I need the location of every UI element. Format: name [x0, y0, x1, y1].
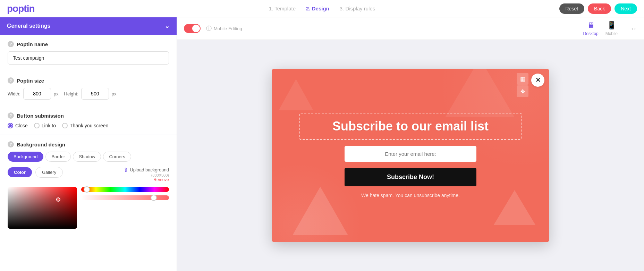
width-px: px: [54, 91, 59, 96]
popup-content: Subscribe to our email list Subscribe No…: [272, 69, 549, 242]
popup-close-button[interactable]: ✕: [531, 74, 544, 87]
hue-slider[interactable]: [81, 187, 169, 192]
popup-title-box[interactable]: Subscribe to our email list: [299, 113, 522, 140]
color-picker-area: [8, 187, 169, 229]
popup-tools: ▦ ✥: [517, 73, 528, 97]
reset-button[interactable]: Reset: [559, 3, 585, 14]
step-design[interactable]: 2. Design: [306, 6, 329, 11]
tab-shadow[interactable]: Shadow: [73, 152, 101, 162]
button-submission-label: Button submission: [17, 113, 64, 119]
tab-corners[interactable]: Corners: [103, 152, 131, 162]
expand-icon[interactable]: ↔: [630, 25, 637, 33]
mobile-editing-help: ⓘ Mobile Editing: [206, 25, 242, 32]
height-group: Height: px: [64, 88, 117, 100]
upload-area[interactable]: ⇧ Upload background (800X500) Remove: [124, 167, 169, 182]
button-submission-section: ? Button submission Close Link to Thank …: [0, 106, 177, 135]
radio-link-label: Link to: [42, 123, 56, 128]
general-settings-label: General settings: [7, 23, 50, 29]
logo-text: poptin: [7, 3, 35, 14]
popup-subscribe-button[interactable]: Subscribe Now!: [345, 168, 476, 186]
color-button[interactable]: Color: [8, 167, 32, 177]
poptin-name-input[interactable]: [8, 51, 169, 65]
button-submission-label-row: ? Button submission: [8, 112, 169, 119]
toggle-wrap: OFF: [184, 24, 201, 33]
tab-desktop[interactable]: 🖥 Desktop: [583, 21, 599, 36]
radio-dot-thankyou: [62, 123, 68, 128]
color-sliders: [81, 187, 169, 200]
popup-title: Subscribe to our email list: [314, 119, 507, 134]
step-display[interactable]: 3. Display rules: [340, 6, 375, 11]
remove-link[interactable]: Remove: [124, 177, 169, 182]
preview-area: ✕ ▦ ✥ Subscribe to our email list Subscr…: [177, 40, 644, 271]
width-input[interactable]: [23, 88, 51, 100]
main-layout: General settings ⌄ ? Poptin name ? Popti…: [0, 17, 644, 271]
mobile-icon: 📱: [607, 21, 616, 30]
next-button[interactable]: Next: [615, 3, 637, 14]
size-row: Width: px Height: px: [8, 88, 169, 100]
desktop-label: Desktop: [583, 31, 599, 36]
mobile-label: Mobile: [605, 31, 618, 36]
expand-tool-button[interactable]: ✥: [517, 85, 528, 97]
nav-buttons: Reset Back Next: [559, 3, 637, 14]
upload-icon: ⇧: [124, 167, 128, 173]
preview-toolbar: OFF ⓘ Mobile Editing 🖥 Desktop 📱 Mobile …: [177, 17, 644, 40]
right-panel: OFF ⓘ Mobile Editing 🖥 Desktop 📱 Mobile …: [177, 17, 644, 271]
radio-thank-you[interactable]: Thank you screen: [62, 123, 108, 128]
upload-label: Upload background: [130, 167, 169, 172]
gallery-button[interactable]: Gallery: [35, 167, 63, 178]
poptin-name-section: ? Poptin name: [0, 35, 177, 71]
general-settings-header[interactable]: General settings ⌄: [0, 17, 177, 35]
width-label: Width:: [8, 91, 20, 96]
chevron-down-icon: ⌄: [164, 22, 170, 30]
help-icon-submission[interactable]: ?: [8, 112, 14, 119]
back-button[interactable]: Back: [588, 3, 611, 14]
upload-size: (800X500): [124, 173, 169, 177]
popup-container: ✕ ▦ ✥ Subscribe to our email list Subscr…: [272, 69, 549, 242]
poptin-size-section: ? Poptin size Width: px Height: px: [0, 71, 177, 106]
steps: 1. Template 2. Design 3. Display rules: [269, 6, 375, 11]
color-gradient-thumb: [56, 197, 60, 202]
bg-tabs: Background Border Shadow Corners: [8, 152, 169, 162]
background-design-label-row: ? Background design: [8, 141, 169, 147]
background-design-label: Background design: [17, 142, 65, 147]
tab-border[interactable]: Border: [45, 152, 71, 162]
desktop-icon: 🖥: [587, 21, 595, 30]
popup-spam-text: We hate spam. You can unsubscribe anytim…: [361, 193, 460, 198]
toggle-thumb: [192, 25, 200, 32]
radio-thankyou-label: Thank you screen: [70, 123, 108, 128]
alpha-slider[interactable]: [81, 195, 169, 200]
tab-mobile[interactable]: 📱 Mobile: [605, 21, 618, 36]
step-template[interactable]: 1. Template: [269, 6, 296, 11]
logo: poptin: [7, 3, 35, 14]
help-icon-bg[interactable]: ?: [8, 141, 14, 147]
width-group: Width: px: [8, 88, 59, 100]
help-circle-icon: ⓘ: [206, 25, 212, 32]
radio-link-to[interactable]: Link to: [34, 123, 56, 128]
radio-dot-close: [8, 123, 13, 128]
poptin-name-label-row: ? Poptin name: [8, 41, 169, 47]
mobile-editing-toggle[interactable]: OFF: [184, 24, 201, 33]
height-input[interactable]: [81, 88, 109, 100]
mobile-editing-label: Mobile Editing: [214, 26, 242, 31]
poptin-name-label: Poptin name: [17, 41, 48, 47]
tab-background[interactable]: Background: [8, 152, 43, 162]
height-label: Height:: [64, 91, 78, 96]
color-gallery-row: Color Gallery: [8, 167, 63, 178]
help-icon-name[interactable]: ?: [8, 41, 14, 47]
poptin-size-label-row: ? Poptin size: [8, 77, 169, 84]
top-nav: poptin 1. Template 2. Design 3. Display …: [0, 0, 644, 17]
copy-tool-button[interactable]: ▦: [517, 73, 528, 85]
device-tabs: 🖥 Desktop 📱 Mobile ↔: [583, 21, 637, 36]
height-px: px: [112, 91, 117, 96]
radio-dot-link: [34, 123, 40, 128]
radio-group: Close Link to Thank you screen: [8, 123, 169, 128]
background-design-section: ? Background design Background Border Sh…: [0, 135, 177, 235]
popup-email-input[interactable]: [345, 146, 476, 162]
left-panel: General settings ⌄ ? Poptin name ? Popti…: [0, 17, 177, 271]
poptin-size-label: Poptin size: [17, 78, 44, 84]
help-icon-size[interactable]: ?: [8, 77, 14, 84]
radio-close-label: Close: [15, 123, 28, 128]
radio-close[interactable]: Close: [8, 123, 28, 128]
color-gradient[interactable]: [8, 187, 77, 229]
